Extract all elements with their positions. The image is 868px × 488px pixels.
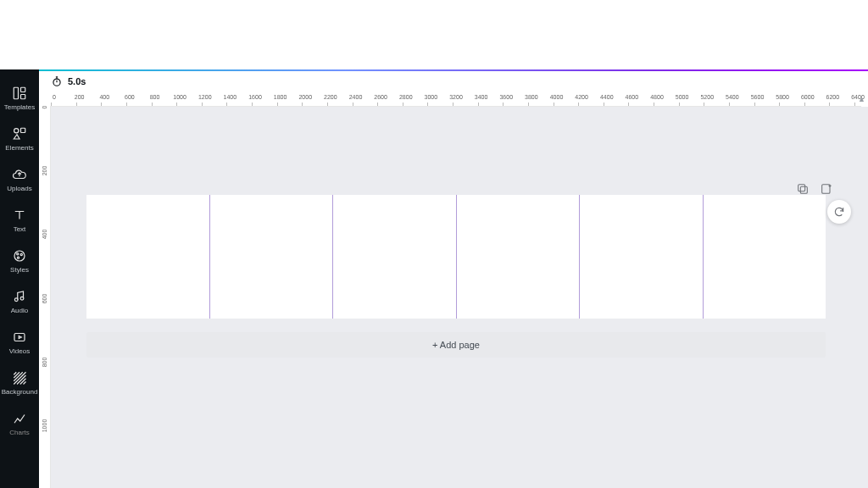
v-ruler-tick: 600 [39,297,50,361]
svg-rect-11 [14,334,25,341]
v-ruler-tick: 0 [39,106,50,169]
scroll-up-nub[interactable]: ▲ [858,95,866,103]
svg-point-10 [20,297,24,300]
vertical-ruler: 02004006008001000 [39,106,51,488]
duplicate-icon [796,182,810,196]
videos-icon [12,330,27,345]
duration-button[interactable]: 5.0s [51,75,86,87]
refresh-button[interactable] [827,200,851,224]
sidebar-item-audio[interactable]: Audio [0,281,39,322]
sidebar-item-label: Styles [10,267,29,274]
canvas-workspace[interactable]: + Add page [51,107,868,488]
sidebar-item-background[interactable]: Background [0,363,39,403]
svg-point-7 [20,253,22,255]
svg-point-5 [14,251,25,261]
sidebar-item-label: Charts [9,430,30,436]
add-page-label: + Add page [432,340,480,350]
audio-icon [12,289,27,304]
pages-strip [86,195,826,319]
background-icon [12,370,27,385]
v-ruler-tick: 400 [39,233,50,297]
v-ruler-tick: 200 [39,169,50,233]
svg-rect-0 [14,87,18,99]
text-icon [12,208,27,223]
sidebar-item-label: Text [14,226,26,233]
add-page-button[interactable]: + Add page [86,332,826,358]
sidebar: Templates Elements Uploads Text Styles A… [0,69,39,488]
page-actions [795,181,834,197]
uploads-icon [12,167,27,182]
sidebar-item-text[interactable]: Text [0,200,39,241]
sidebar-item-videos[interactable]: Videos [0,322,39,363]
sidebar-item-styles[interactable]: Styles [0,241,39,281]
charts-icon [12,411,27,426]
elements-icon [12,126,27,141]
svg-point-9 [14,298,18,302]
page[interactable] [457,195,581,319]
svg-rect-4 [21,128,25,132]
topbar: 5.0s [39,71,868,92]
sidebar-item-label: Elements [5,145,33,152]
page[interactable] [86,195,210,319]
svg-rect-14 [800,186,807,193]
add-page-icon [820,182,833,196]
svg-point-3 [14,129,19,133]
v-ruler-tick: 800 [39,361,50,424]
svg-point-12 [53,79,60,86]
styles-icon [12,248,27,263]
sidebar-item-label: Templates [4,104,35,111]
horizontal-ruler: 0200400600800100012001400160018002000220… [51,92,861,107]
sidebar-item-uploads[interactable]: Uploads [0,159,39,200]
sidebar-item-elements[interactable]: Elements [0,119,39,159]
page[interactable] [210,195,334,319]
sidebar-item-label: Audio [11,308,28,314]
sidebar-item-charts[interactable]: Charts [0,403,39,444]
add-page-icon-button[interactable] [819,181,834,197]
sidebar-item-label: Uploads [7,186,31,192]
svg-rect-1 [21,87,25,92]
svg-point-8 [17,257,19,258]
sidebar-item-templates[interactable]: Templates [0,78,39,119]
v-ruler-tick: 1000 [39,424,50,488]
sidebar-item-label: Videos [9,348,30,355]
stopwatch-icon [51,75,63,87]
duration-label: 5.0s [68,76,86,86]
refresh-icon [833,206,845,218]
page[interactable] [580,195,704,319]
templates-icon [12,86,27,101]
sidebar-item-label: Background [2,389,38,396]
svg-point-6 [17,253,19,255]
svg-rect-2 [21,95,25,99]
duplicate-page-button[interactable] [795,181,810,197]
page[interactable] [704,195,826,319]
page[interactable] [333,195,457,319]
svg-rect-13 [798,185,805,191]
